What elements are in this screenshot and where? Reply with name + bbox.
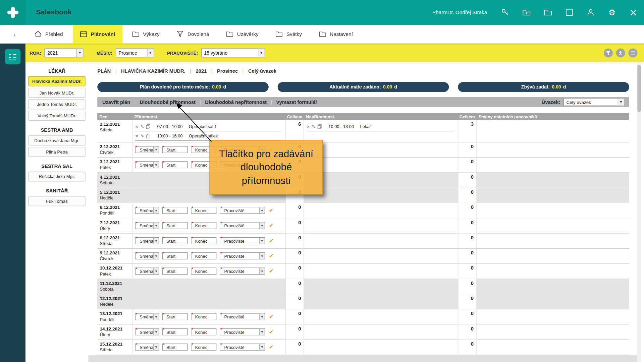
staff-item[interactable]: Hlavička Kazimír MUDr. [28,76,85,86]
others-shifts-cell [476,173,629,188]
start-input[interactable]: *Start [162,252,188,259]
tab-prehled[interactable]: Přehled [27,24,70,43]
shift-select[interactable]: *Směna▼ [135,328,159,336]
start-input[interactable]: *Start [162,222,188,229]
tab-vykazy[interactable]: Výkazy [125,24,167,43]
staff-item[interactable]: Jedno Tomáš MUDr. [28,99,85,109]
start-input[interactable]: *Start [162,207,188,214]
staff-item[interactable]: Fuk Tomáš [28,196,85,206]
workplace-select[interactable]: *Pracoviště▼ [220,344,265,351]
toolbar-button[interactable]: Dlouhodobá nepřítomnost [205,99,267,105]
staff-item[interactable]: Volný Tomáš MUDr. [28,111,85,121]
folder-icon[interactable] [537,0,559,24]
tab-dovolena[interactable]: Dovolená [169,24,217,43]
staff-item[interactable]: Docházková Jana Mgr. [28,135,85,145]
workplace-select[interactable]: *Pracoviště▼ [220,328,265,336]
workplace-select[interactable]: *Pracoviště▼ [220,237,265,244]
workplace-select[interactable]: *Pracoviště▼ [220,252,265,259]
end-input[interactable]: *Konec [191,313,216,320]
workplace-select[interactable]: 15 vybráno ▼ [201,48,265,57]
checklist-icon[interactable] [5,49,21,65]
shift-select[interactable]: *Směna▼ [135,237,159,244]
shift-form: *Směna▼*Start*Konec*Pracoviště▼✔ [133,309,286,320]
shift-select[interactable]: *Směna▼ [135,207,159,214]
copy-entry-icon[interactable] [146,124,150,128]
end-input[interactable]: *Konec [191,252,216,259]
edit-entry-icon[interactable]: ✎ [312,124,315,128]
confirm-check-icon[interactable]: ✔ [269,207,273,213]
shift-select[interactable]: *Směna▼ [135,146,159,153]
end-input[interactable]: *Konec [191,207,216,214]
shift-select[interactable]: *Směna▼ [135,222,159,229]
chevron-down-icon: ▼ [153,223,159,229]
end-input[interactable]: *Konec [191,267,216,275]
year-select[interactable]: 2021 ▼ [44,48,83,57]
month-select[interactable]: Prosinec ▼ [116,48,154,57]
workplace-select[interactable]: *Pracoviště▼ [220,222,265,229]
required-marker: * [192,206,193,210]
download-icon[interactable] [616,48,625,57]
edit-entry-icon[interactable]: ✎ [141,134,144,138]
table-row: 3.12.2021Pátek*Směna▼*Start*Konec*Pracov… [97,158,629,173]
shift-select[interactable]: *Směna▼ [135,161,159,168]
collapse-arrow[interactable]: → [0,24,27,43]
toolbar-button[interactable]: Dlouhodobá přítomnost [140,99,196,105]
vertical-scrollbar[interactable] [637,62,641,362]
tab-uzaverky[interactable]: Uzávěrky [219,24,266,43]
table-row: 4.12.2021Sobota00 [97,173,629,188]
shift-select[interactable]: *Směna▼ [135,313,159,320]
start-input[interactable]: *Start [162,344,188,351]
start-input[interactable]: *Start [162,313,188,320]
confirm-check-icon[interactable]: ✔ [269,329,273,335]
breadcrumb-item: HLAVIČKA KAZIMÍR MUDR. [121,68,185,74]
workplace-select[interactable]: *Pracoviště▼ [220,313,265,320]
tab-planovani[interactable]: Plánování [73,24,122,43]
staff-item[interactable]: Ručička Jirka Mgr. [28,172,85,181]
delete-entry-icon[interactable]: × [135,134,139,138]
shift-select[interactable]: *Směna▼ [135,267,159,275]
key-icon[interactable] [494,0,516,24]
settings-gear-icon[interactable]: ⚙ [601,0,623,24]
menu-icon[interactable] [628,48,637,57]
workplace-select[interactable]: *Pracoviště▼ [220,207,265,214]
delete-entry-icon[interactable]: × [306,124,310,128]
close-icon[interactable]: × [623,0,644,24]
copy-entry-icon[interactable] [317,124,321,128]
horizontal-scrollbar[interactable] [88,355,637,362]
chevron-down-icon: ▼ [153,146,159,153]
confirm-check-icon[interactable]: ✔ [269,314,273,320]
confirm-check-icon[interactable]: ✔ [269,268,273,274]
end-input[interactable]: *Konec [191,344,216,351]
shift-select[interactable]: *Směna▼ [135,252,159,259]
staff-item[interactable]: Pilná Petra [28,147,85,157]
end-input[interactable]: *Konec [191,222,216,229]
shift-select[interactable]: *Směna▼ [135,344,159,351]
toolbar-button[interactable]: Vymazat formulář [276,99,317,105]
tab-svatky[interactable]: Svátky [268,24,309,43]
confirm-check-icon[interactable]: ✔ [269,238,273,244]
staff-item[interactable]: Jan Novák MUDr. [28,88,85,98]
start-input[interactable]: *Start [162,267,188,275]
start-input[interactable]: *Start [162,328,188,336]
start-input[interactable]: *Start [162,237,188,244]
delete-entry-icon[interactable]: × [135,124,139,128]
table-row: 6.12.2021Pondělí*Směna▼*Start*Konec*Prac… [97,203,629,218]
edit-entry-icon[interactable]: ✎ [141,124,144,128]
scrollbar-thumb[interactable] [637,65,641,112]
confirm-check-icon[interactable]: ✔ [269,253,273,259]
end-input[interactable]: *Konec [191,328,216,336]
filter-icon[interactable] [604,48,613,57]
confirm-check-icon[interactable]: ✔ [269,344,273,350]
start-input[interactable]: *Start [162,161,188,168]
toolbar-button[interactable]: Uzavřít plán [102,99,130,105]
start-input[interactable]: *Start [162,146,188,153]
square-icon[interactable] [558,0,580,24]
uvazek-select[interactable]: Celý úvazek ▼ [564,98,624,106]
user-icon[interactable] [580,0,601,24]
workplace-select[interactable]: *Pracoviště▼ [220,267,265,275]
folder-add-icon[interactable] [516,0,537,24]
tab-nastaveni[interactable]: Nastavení [312,24,360,43]
confirm-check-icon[interactable]: ✔ [269,223,273,229]
copy-entry-icon[interactable] [146,134,150,138]
end-input[interactable]: *Konec [191,237,216,244]
